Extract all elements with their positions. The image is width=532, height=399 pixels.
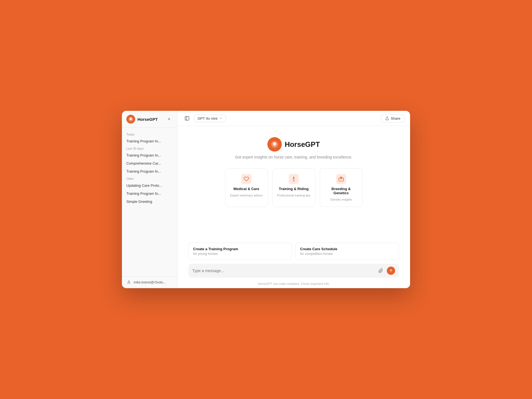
hero-logo-icon <box>267 137 282 152</box>
send-icon <box>389 269 393 273</box>
feature-card-training-title: Training & Riding <box>279 187 309 191</box>
prompt-card-care-sub: for competition horses <box>300 252 394 256</box>
disclaimer-text: HorseGPT can make mistakes. Check import… <box>177 280 410 288</box>
chevron-down-icon <box>219 117 222 120</box>
main-body: HorseGPT Get expert insights on horse ca… <box>177 126 410 264</box>
sidebar-item-older-1[interactable]: Updating Care Proto... <box>122 181 177 190</box>
hero-logo: HorseGPT <box>267 137 320 152</box>
hero-subtitle: Get expert insights on horse care, train… <box>235 155 352 159</box>
sidebar-content: Today Training Program fo... Last 30 day… <box>122 128 177 276</box>
hero-logo-text: HorseGPT <box>285 140 320 149</box>
logo-icon <box>126 115 135 124</box>
message-input-box <box>188 264 399 278</box>
sidebar-section-last30: Last 30 days Training Program fo... Comp… <box>122 145 177 175</box>
prompt-card-care-title: Create Care Schedule <box>300 247 394 251</box>
main-panel: GPT 4o mini Share <box>177 111 410 288</box>
new-chat-button[interactable]: + <box>165 116 173 123</box>
sidebar-footer-user[interactable]: mike.koene@r3volu... <box>122 276 177 288</box>
share-button[interactable]: Share <box>381 114 405 122</box>
prompt-card-training[interactable]: Create a Training Program for young hors… <box>188 243 292 260</box>
feature-card-training[interactable]: Training & Riding Professional training … <box>272 168 315 207</box>
main-topbar: GPT 4o mini Share <box>177 111 410 126</box>
sidebar-logo: HorseGPT <box>126 115 158 124</box>
sidebar-user-email: mike.koene@r3volu... <box>134 280 166 284</box>
user-icon <box>126 280 131 285</box>
sidebar-section-older: Older Updating Care Proto... Training Pr… <box>122 175 177 206</box>
training-icon <box>289 174 299 184</box>
feature-cards: Medical & Care Expert veterinary advice … <box>225 168 363 207</box>
breeding-icon <box>336 174 346 184</box>
share-icon <box>385 116 389 120</box>
sidebar-section-label-older: Older <box>122 175 177 181</box>
sidebar-section-today: Today Training Program fo... <box>122 131 177 145</box>
sidebar-item-today-1[interactable]: Training Program fo... <box>122 137 177 145</box>
sidebar-logo-text: HorseGPT <box>137 117 158 122</box>
svg-rect-2 <box>185 116 189 120</box>
feature-card-medical-subtitle: Expert veterinary advice <box>230 194 263 197</box>
paperclip-icon <box>378 268 383 273</box>
topbar-left: GPT 4o mini <box>183 114 226 122</box>
medical-icon <box>241 174 251 184</box>
sidebar-toggle-button[interactable] <box>183 114 191 122</box>
app-window: HorseGPT + Today Training Program fo... … <box>122 111 410 288</box>
svg-point-6 <box>293 177 294 178</box>
sidebar-item-30-2[interactable]: Comprehensive Car... <box>122 159 177 167</box>
svg-rect-7 <box>339 178 344 181</box>
feature-card-breeding[interactable]: Breeding & Genetics Genetic insights <box>320 168 363 207</box>
prompt-suggestions: Create a Training Program for young hors… <box>188 243 399 264</box>
feature-card-breeding-title: Breeding & Genetics <box>324 187 358 195</box>
message-input[interactable] <box>192 268 375 273</box>
sidebar-item-older-2[interactable]: Training Program fo... <box>122 190 177 198</box>
sidebar-header: HorseGPT + <box>122 111 177 128</box>
sidebar-item-30-1[interactable]: Training Program fo... <box>122 151 177 159</box>
sidebar: HorseGPT + Today Training Program fo... … <box>122 111 177 288</box>
feature-card-medical-title: Medical & Care <box>233 187 259 191</box>
sidebar-section-label-last30: Last 30 days <box>122 145 177 151</box>
feature-card-medical[interactable]: Medical & Care Expert veterinary advice <box>225 168 268 207</box>
feature-card-training-subtitle: Professional training tips <box>277 194 310 197</box>
model-selector-button[interactable]: GPT 4o mini <box>194 115 226 122</box>
prompt-card-care[interactable]: Create Care Schedule for competition hor… <box>295 243 399 260</box>
sidebar-section-label-today: Today <box>122 131 177 137</box>
share-label: Share <box>391 116 400 121</box>
send-button[interactable] <box>387 267 395 275</box>
sidebar-item-30-3[interactable]: Training Program fo... <box>122 167 177 175</box>
sidebar-item-older-3[interactable]: Simple Greeting <box>122 198 177 206</box>
input-area <box>177 264 410 280</box>
feature-card-breeding-subtitle: Genetic insights <box>330 198 352 201</box>
prompt-card-training-title: Create a Training Program <box>193 247 287 251</box>
hero-section: HorseGPT Get expert insights on horse ca… <box>225 137 363 207</box>
model-selector-label: GPT 4o mini <box>198 116 218 121</box>
prompt-card-training-sub: for young horses <box>193 252 287 256</box>
svg-point-1 <box>128 281 129 282</box>
attach-button[interactable] <box>377 267 385 275</box>
